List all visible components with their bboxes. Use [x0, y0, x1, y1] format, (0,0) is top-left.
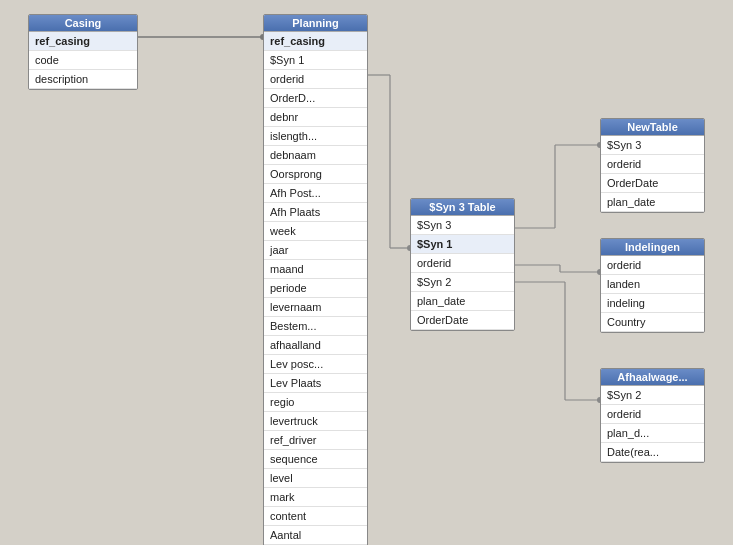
casing-field-description[interactable]: description	[29, 70, 137, 89]
casing-field-ref_casing[interactable]: ref_casing	[29, 32, 137, 51]
syn3-table: $Syn 3 Table $Syn 3 $Syn 1 orderid $Syn …	[410, 198, 515, 331]
planning-field-orderd[interactable]: OrderD...	[264, 89, 367, 108]
indelingen-field-indeling[interactable]: indeling	[601, 294, 704, 313]
newtable-field-plan_date[interactable]: plan_date	[601, 193, 704, 212]
syn3-field-orderdate[interactable]: OrderDate	[411, 311, 514, 330]
indelingen-body: orderid landen indeling Country	[601, 255, 704, 332]
syn3-field-syn3[interactable]: $Syn 3	[411, 216, 514, 235]
planning-field-mark[interactable]: mark	[264, 488, 367, 507]
planning-field-orderid[interactable]: orderid	[264, 70, 367, 89]
indelingen-field-landen[interactable]: landen	[601, 275, 704, 294]
newtable-field-orderid[interactable]: orderid	[601, 155, 704, 174]
afhaalwage-table: Afhaalwage... $Syn 2 orderid plan_d... D…	[600, 368, 705, 463]
planning-field-sequence[interactable]: sequence	[264, 450, 367, 469]
newtable-table: NewTable $Syn 3 orderid OrderDate plan_d…	[600, 118, 705, 213]
newtable-header: NewTable	[601, 119, 704, 135]
planning-field-jaar[interactable]: jaar	[264, 241, 367, 260]
planning-field-content[interactable]: content	[264, 507, 367, 526]
planning-field-bestem[interactable]: Bestem...	[264, 317, 367, 336]
newtable-body: $Syn 3 orderid OrderDate plan_date	[601, 135, 704, 212]
planning-field-debnr[interactable]: debnr	[264, 108, 367, 127]
planning-field-levernaam[interactable]: levernaam	[264, 298, 367, 317]
planning-field-syn1[interactable]: $Syn 1	[264, 51, 367, 70]
planning-field-islength[interactable]: islength...	[264, 127, 367, 146]
planning-field-levertruck[interactable]: levertruck	[264, 412, 367, 431]
indelingen-table: Indelingen orderid landen indeling Count…	[600, 238, 705, 333]
planning-field-levposc[interactable]: Lev posc...	[264, 355, 367, 374]
planning-field-afhpost[interactable]: Afh Post...	[264, 184, 367, 203]
planning-table-header: Planning	[264, 15, 367, 31]
syn3-field-syn1[interactable]: $Syn 1	[411, 235, 514, 254]
syn3-field-orderid[interactable]: orderid	[411, 254, 514, 273]
casing-table: Casing ref_casing code description	[28, 14, 138, 90]
planning-field-levplaats[interactable]: Lev Plaats	[264, 374, 367, 393]
planning-field-ref_casing[interactable]: ref_casing	[264, 32, 367, 51]
canvas: Casing ref_casing code description Plann…	[0, 0, 733, 545]
syn3-table-header: $Syn 3 Table	[411, 199, 514, 215]
planning-field-periode[interactable]: periode	[264, 279, 367, 298]
planning-field-regio[interactable]: regio	[264, 393, 367, 412]
newtable-field-orderdate[interactable]: OrderDate	[601, 174, 704, 193]
indelingen-field-orderid[interactable]: orderid	[601, 256, 704, 275]
indelingen-field-country[interactable]: Country	[601, 313, 704, 332]
newtable-field-syn3[interactable]: $Syn 3	[601, 136, 704, 155]
planning-field-ref_driver[interactable]: ref_driver	[264, 431, 367, 450]
planning-field-afhaalland[interactable]: afhaalland	[264, 336, 367, 355]
afhaalwage-header: Afhaalwage...	[601, 369, 704, 385]
planning-field-maand[interactable]: maand	[264, 260, 367, 279]
casing-field-code[interactable]: code	[29, 51, 137, 70]
afhaalwage-field-orderid[interactable]: orderid	[601, 405, 704, 424]
afhaalwage-body[interactable]: $Syn 2 orderid plan_d... Date(rea...	[601, 385, 704, 462]
planning-field-debnaam[interactable]: debnaam	[264, 146, 367, 165]
afhaalwage-field-datea[interactable]: Date(rea...	[601, 443, 704, 462]
planning-field-aantal[interactable]: Aantal	[264, 526, 367, 545]
afhaalwage-field-syn2[interactable]: $Syn 2	[601, 386, 704, 405]
planning-field-oorsprong[interactable]: Oorsprong	[264, 165, 367, 184]
planning-field-level[interactable]: level	[264, 469, 367, 488]
planning-table-body[interactable]: ref_casing $Syn 1 orderid OrderD... debn…	[264, 31, 367, 545]
syn3-field-plan_date[interactable]: plan_date	[411, 292, 514, 311]
casing-table-header: Casing	[29, 15, 137, 31]
syn3-field-syn2[interactable]: $Syn 2	[411, 273, 514, 292]
planning-field-week[interactable]: week	[264, 222, 367, 241]
planning-table: Planning ref_casing $Syn 1 orderid Order…	[263, 14, 368, 545]
casing-table-body: ref_casing code description	[29, 31, 137, 89]
afhaalwage-field-plan_d[interactable]: plan_d...	[601, 424, 704, 443]
indelingen-header: Indelingen	[601, 239, 704, 255]
planning-field-afhplaats[interactable]: Afh Plaats	[264, 203, 367, 222]
syn3-table-body: $Syn 3 $Syn 1 orderid $Syn 2 plan_date O…	[411, 215, 514, 330]
